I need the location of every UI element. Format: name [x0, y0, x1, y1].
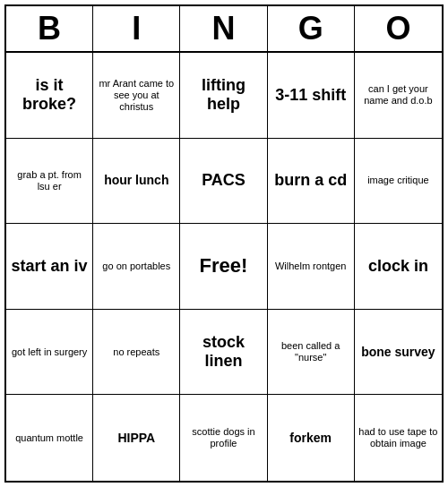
- bingo-cell: no repeats: [93, 310, 180, 396]
- bingo-cell: Wilhelm rontgen: [268, 224, 355, 310]
- bingo-cell: go on portables: [93, 224, 180, 310]
- bingo-cell: image critique: [355, 139, 442, 225]
- bingo-header: BINGO: [6, 6, 442, 53]
- bingo-cell: stock linen: [180, 310, 267, 396]
- bingo-grid: is it broke?mr Arant came to see you at …: [6, 53, 442, 481]
- bingo-cell: got left in surgery: [6, 310, 93, 396]
- header-letter: O: [355, 6, 442, 51]
- bingo-card: BINGO is it broke?mr Arant came to see y…: [4, 4, 444, 483]
- bingo-cell: scottie dogs in profile: [180, 395, 267, 481]
- bingo-cell: PACS: [180, 139, 267, 225]
- bingo-cell: hour lunch: [93, 139, 180, 225]
- bingo-cell: HIPPA: [93, 395, 180, 481]
- bingo-cell: Free!: [180, 224, 267, 310]
- bingo-cell: been called a "nurse": [268, 310, 355, 396]
- header-letter: G: [268, 6, 355, 51]
- bingo-cell: grab a pt. from lsu er: [6, 139, 93, 225]
- bingo-cell: bone survey: [355, 310, 442, 396]
- bingo-cell: had to use tape to obtain image: [355, 395, 442, 481]
- bingo-cell: quantum mottle: [6, 395, 93, 481]
- bingo-cell: can I get your name and d.o.b: [355, 53, 442, 139]
- bingo-cell: mr Arant came to see you at christus: [93, 53, 180, 139]
- bingo-cell: lifting help: [180, 53, 267, 139]
- bingo-cell: burn a cd: [268, 139, 355, 225]
- bingo-cell: is it broke?: [6, 53, 93, 139]
- bingo-cell: clock in: [355, 224, 442, 310]
- bingo-cell: forkem: [268, 395, 355, 481]
- header-letter: N: [180, 6, 267, 51]
- header-letter: I: [93, 6, 180, 51]
- bingo-cell: 3-11 shift: [268, 53, 355, 139]
- header-letter: B: [6, 6, 93, 51]
- bingo-cell: start an iv: [6, 224, 93, 310]
